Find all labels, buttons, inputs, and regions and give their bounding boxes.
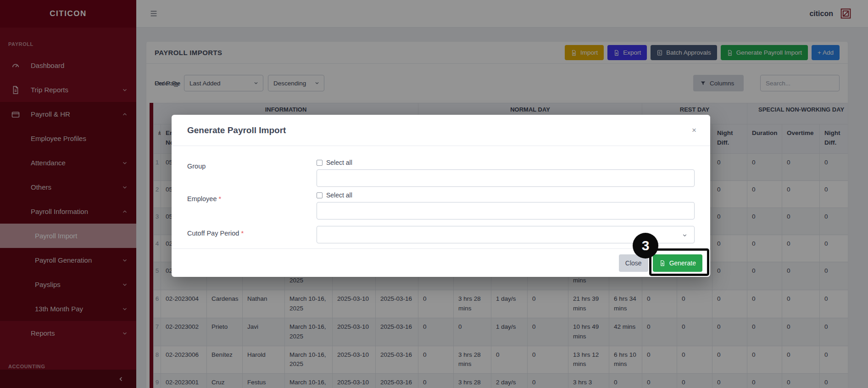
required-marker: * xyxy=(218,195,221,202)
employee-field-label: Employee* xyxy=(187,191,317,219)
required-marker: * xyxy=(241,230,244,237)
employee-select-all-checkbox[interactable] xyxy=(317,192,323,198)
modal-title: Generate Payroll Import xyxy=(187,125,286,135)
file-download-icon xyxy=(659,260,666,266)
close-icon[interactable]: × xyxy=(692,126,696,134)
generate-button[interactable]: Generate xyxy=(653,254,702,272)
group-select-all-label: Select all xyxy=(326,159,352,166)
chevron-down-icon xyxy=(682,232,688,238)
group-multiselect-input[interactable] xyxy=(317,169,695,187)
step-number-badge: 3 xyxy=(633,233,658,259)
generate-payroll-import-modal: Generate Payroll Import × Group Select a… xyxy=(172,115,710,277)
group-field-label: Group xyxy=(187,159,317,187)
group-select-all-checkbox[interactable] xyxy=(317,160,323,166)
employee-select-all-label: Select all xyxy=(326,191,352,199)
cutoff-pay-period-label: Cutoff Pay Period* xyxy=(187,226,317,243)
employee-multiselect-input[interactable] xyxy=(317,202,695,219)
